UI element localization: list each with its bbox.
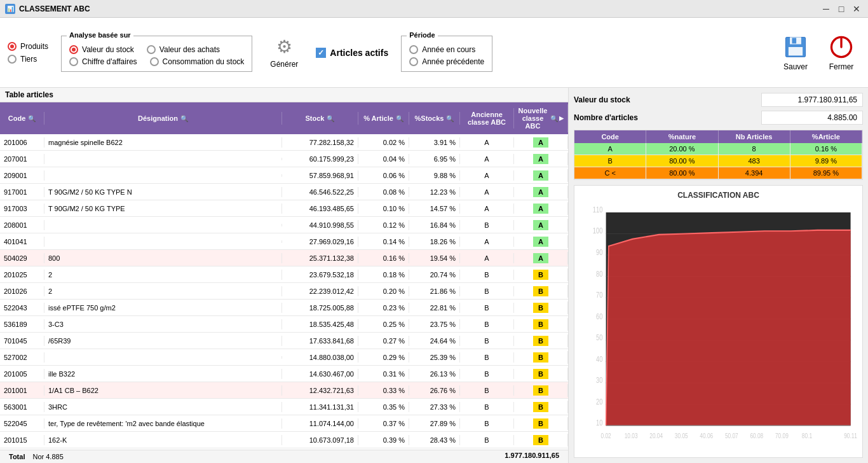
th-pct-stocks: %Stocks 🔍 (409, 112, 460, 125)
abc-pct-article-a: 0.16 % (790, 143, 862, 155)
td-designation: issé ePTFE 750 g/m2 (44, 303, 282, 313)
table-row[interactable]: 209001 57.859.968,91 0.06 % 9.88 % A A (0, 167, 568, 184)
td-pct-article: 0.10 % (358, 204, 409, 214)
tiers-radio[interactable]: Tiers (8, 55, 48, 64)
td-pct-stocks: 3.91 % (409, 137, 460, 148)
annee-cours-radio[interactable]: Année en cours (409, 45, 484, 54)
table-row[interactable]: 522045 ter, Type de revêtement: 'm2 avec… (0, 415, 568, 432)
table-row[interactable]: 201001 1/A1 CB – B622 12.432.721,63 0.33… (0, 382, 568, 399)
valeur-stock-label: Valeur du stock (82, 45, 134, 54)
th-code: Code 🔍 (0, 112, 44, 125)
td-pct-article: 0.16 % (358, 253, 409, 263)
td-stock: 10.673.097,18 (282, 435, 358, 445)
consommation-radio[interactable]: Consommation du stock (150, 57, 245, 66)
td-pct-stocks: 18.26 % (409, 237, 460, 247)
valeur-achats-radio[interactable]: Valeur des achats (147, 45, 220, 54)
svg-text:70: 70 (596, 291, 602, 300)
td-designation (44, 158, 282, 160)
valeur-stock-radio-circle (69, 45, 78, 54)
products-radio[interactable]: Produits (8, 42, 48, 51)
table-row[interactable]: 201026 2 22.239.012,42 0.20 % 21.86 % B … (0, 283, 568, 300)
td-designation: 1/A1 CB – B622 (44, 385, 282, 396)
stats-section: Valeur du stock 1.977.180.911,65 Nombre … (574, 93, 863, 125)
td-code: 527002 (0, 352, 44, 363)
td-code: 201005 (0, 369, 44, 379)
table-row[interactable]: 701045 /65R39 17.633.841,68 0.27 % 24.64… (0, 333, 568, 349)
nouvelle-search-icon[interactable]: 🔍 (550, 115, 558, 122)
designation-search-icon[interactable]: 🔍 (180, 115, 188, 122)
td-code: 701045 (0, 336, 44, 346)
td-designation (44, 174, 282, 177)
annee-precedente-radio[interactable]: Année précédente (409, 57, 484, 66)
td-ancienne-classe: A (460, 253, 514, 263)
td-ancienne-classe: B (460, 303, 514, 313)
th-stock: Stock 🔍 (282, 112, 358, 125)
td-pct-article: 0.18 % (358, 270, 409, 280)
td-nouvelle-classe: B (514, 285, 568, 298)
abc-table-header: Code %nature Nb Articles %Article (574, 130, 862, 143)
generate-button[interactable]: ⚙ Générer (265, 31, 303, 74)
td-stock: 57.859.968,91 (282, 170, 358, 181)
pct-article-search-icon[interactable]: 🔍 (396, 115, 403, 122)
td-pct-stocks: 19.54 % (409, 253, 460, 263)
td-stock: 17.633.841,68 (282, 336, 358, 346)
maximize-button[interactable]: □ (835, 3, 848, 15)
code-search-icon[interactable]: 🔍 (28, 115, 36, 122)
td-designation: 2 (44, 286, 282, 296)
svg-text:30.05: 30.05 (675, 431, 688, 439)
th-nouvelle-classe: Nouvelle classe ABC 🔍 ▶ (514, 104, 568, 132)
category-radio-group: Produits Tiers (8, 42, 48, 64)
td-ancienne-classe: B (460, 385, 514, 396)
class-badge: B (533, 286, 548, 296)
close-button[interactable]: Fermer (822, 32, 860, 74)
pct-stocks-search-icon[interactable]: 🔍 (446, 115, 454, 122)
stock-search-icon[interactable]: 🔍 (327, 115, 334, 122)
valeur-stock-radio[interactable]: Valeur du stock (69, 45, 134, 54)
consommation-label: Consommation du stock (163, 57, 245, 66)
scroll-arrows[interactable]: ▶ (559, 115, 564, 121)
articles-actifs-group[interactable]: ✓ Articles actifs (316, 48, 388, 58)
table-row[interactable]: 504029 800 25.371.132,38 0.16 % 19.54 % … (0, 250, 568, 266)
table-row[interactable]: 401041 27.969.029,16 0.14 % 18.26 % A A (0, 233, 568, 250)
class-badge: A (533, 204, 548, 214)
td-code: 201025 (0, 270, 44, 280)
table-row[interactable]: 536189 3-C3 18.535.425,48 0.25 % 23.75 %… (0, 316, 568, 333)
minimize-button[interactable]: ─ (820, 3, 832, 15)
tiers-radio-circle (8, 55, 17, 64)
table-row[interactable]: 201006 magnésie spinelle B622 77.282.158… (0, 134, 568, 151)
table-panel: Table articles Code 🔍 Désignation 🔍 Stoc… (0, 88, 569, 463)
td-ancienne-classe: B (460, 402, 514, 412)
td-designation: T 90G/M2 / 50 KG TYPE (44, 204, 282, 214)
td-stock: 27.969.029,16 (282, 237, 358, 247)
table-row[interactable]: 201005 ille B322 14.630.467,00 0.31 % 26… (0, 366, 568, 382)
td-pct-article: 0.12 % (358, 220, 409, 230)
td-ancienne-classe: A (460, 204, 514, 214)
table-row[interactable]: 917003 T 90G/M2 / 50 KG TYPE 46.193.485,… (0, 200, 568, 217)
table-row[interactable]: 201015 162-K 10.673.097,18 0.39 % 28.43 … (0, 432, 568, 448)
table-body[interactable]: 201006 magnésie spinelle B622 77.282.158… (0, 134, 568, 450)
td-nouvelle-classe: A (514, 219, 568, 232)
abc-code-b: B (574, 155, 646, 167)
save-button[interactable]: Sauver (776, 32, 815, 74)
table-row[interactable]: 522043 issé ePTFE 750 g/m2 18.725.005,88… (0, 300, 568, 316)
analyse-row2: Chiffre d'affaires Consommation du stock (69, 57, 244, 66)
table-row[interactable]: 207001 60.175.999,23 0.04 % 6.95 % A A (0, 151, 568, 167)
nb-articles-row: Nombre d'articles 4.885.00 (574, 111, 863, 125)
table-row[interactable]: 563001 3HRC 11.341.131,31 0.35 % 27.33 %… (0, 399, 568, 415)
periode-options: Année en cours Année précédente (409, 45, 484, 66)
table-row[interactable]: 527002 14.880.038,00 0.29 % 25.39 % B B (0, 349, 568, 366)
td-pct-stocks: 27.33 % (409, 402, 460, 412)
chiffre-affaires-radio[interactable]: Chiffre d'affaires (69, 57, 137, 66)
close-button[interactable]: ✕ (850, 3, 863, 15)
td-pct-article: 0.29 % (358, 352, 409, 363)
table-row[interactable]: 201025 2 23.679.532,18 0.18 % 20.74 % B … (0, 266, 568, 283)
table-row[interactable]: 208001 44.910.998,55 0.12 % 16.84 % B A (0, 217, 568, 233)
td-nouvelle-classe: A (514, 136, 568, 149)
td-code: 201006 (0, 137, 44, 148)
td-stock: 18.725.005,88 (282, 303, 358, 313)
td-stock: 18.535.425,48 (282, 319, 358, 329)
table-title: Table articles (0, 88, 568, 102)
annee-cours-label: Année en cours (422, 45, 475, 54)
table-row[interactable]: 917001 T 90G/M2 / 50 KG TYPE N 46.546.52… (0, 184, 568, 200)
articles-actifs-checkbox[interactable]: ✓ (316, 48, 326, 58)
